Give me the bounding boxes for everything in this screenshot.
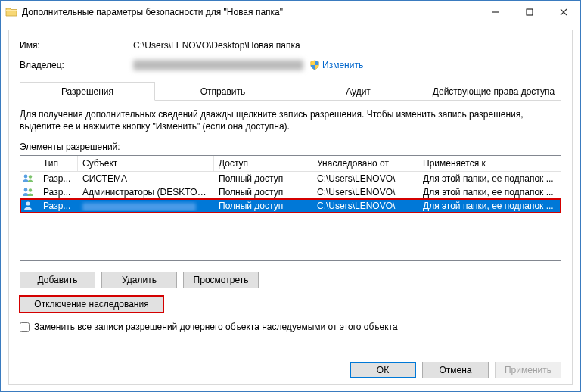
name-label: Имя: [20, 40, 133, 51]
table-row-selected[interactable]: Разр... Полный доступ C:\Users\LENOVO\ Д… [20, 199, 561, 213]
description-text: Для получения дополнительных сведений дв… [20, 108, 561, 132]
table-row[interactable]: Разр... СИСТЕМА Полный доступ C:\Users\L… [20, 172, 561, 185]
titlebar: Дополнительные параметры безопасности дл… [1, 1, 580, 23]
col-header-type[interactable]: Тип [39, 156, 78, 171]
button-row-1: Добавить Удалить Просмотреть [20, 272, 561, 288]
disable-inheritance-button[interactable]: Отключение наследования [20, 296, 163, 313]
replace-checkbox[interactable] [20, 322, 30, 332]
user-icon [22, 200, 34, 212]
shield-icon [309, 60, 320, 70]
svg-point-3 [24, 188, 28, 192]
name-value: C:\Users\LENOVO\Desktop\Новая папка [133, 40, 300, 51]
owner-row: Владелец: Изменить [20, 59, 561, 71]
ok-button[interactable]: ОК [350, 362, 416, 378]
col-header-icon[interactable] [20, 156, 39, 171]
owner-label: Владелец: [20, 60, 133, 70]
content-outer: Имя: C:\Users\LENOVO\Desktop\Новая папка… [1, 23, 580, 391]
tab-effective[interactable]: Действующие права доступа [426, 82, 561, 101]
name-row: Имя: C:\Users\LENOVO\Desktop\Новая папка [20, 39, 561, 51]
owner-value-blurred [133, 60, 303, 70]
cancel-button[interactable]: Отмена [422, 362, 489, 378]
col-header-access[interactable]: Доступ [214, 156, 312, 171]
svg-point-5 [26, 202, 30, 206]
svg-point-4 [29, 189, 32, 192]
svg-point-1 [24, 175, 28, 179]
users-icon [22, 173, 34, 185]
subject-blurred [82, 203, 196, 211]
svg-rect-0 [527, 9, 533, 15]
change-owner-link[interactable]: Изменить [322, 60, 363, 70]
maximize-button[interactable] [512, 1, 546, 23]
content-inner: Имя: C:\Users\LENOVO\Desktop\Новая папка… [8, 30, 573, 385]
tab-permissions[interactable]: Разрешения [20, 82, 155, 101]
view-button[interactable]: Просмотреть [183, 272, 259, 288]
tab-share[interactable]: Отправить [155, 82, 290, 101]
remove-button[interactable]: Удалить [101, 272, 177, 288]
folder-icon [5, 6, 17, 18]
button-row-2: Отключение наследования [20, 296, 561, 313]
col-header-applies[interactable]: Применяется к [418, 156, 561, 171]
replace-checkbox-row: Заменить все записи разрешений дочернего… [20, 322, 561, 332]
tab-strip: Разрешения Отправить Аудит Действующие п… [20, 82, 561, 101]
svg-point-2 [29, 176, 32, 179]
security-window: Дополнительные параметры безопасности дл… [0, 0, 581, 392]
apply-button[interactable]: Применить [495, 362, 561, 378]
col-header-inherited[interactable]: Унаследовано от [312, 156, 418, 171]
add-button[interactable]: Добавить [20, 272, 95, 288]
window-title: Дополнительные параметры безопасности дл… [22, 7, 478, 17]
table-header: Тип Субъект Доступ Унаследовано от Приме… [20, 156, 561, 172]
footer-buttons: ОК Отмена Применить [350, 362, 561, 378]
minimize-button[interactable] [478, 1, 512, 23]
table-row[interactable]: Разр... Администраторы (DESKTOP-... Полн… [20, 185, 561, 199]
col-header-subject[interactable]: Субъект [78, 156, 214, 171]
tab-audit[interactable]: Аудит [290, 82, 426, 101]
permission-entries-label: Элементы разрешений: [20, 142, 561, 152]
close-button[interactable] [546, 1, 580, 23]
replace-checkbox-label[interactable]: Заменить все записи разрешений дочернего… [34, 322, 398, 332]
permissions-table[interactable]: Тип Субъект Доступ Унаследовано от Приме… [20, 155, 561, 261]
users-icon [22, 186, 34, 198]
